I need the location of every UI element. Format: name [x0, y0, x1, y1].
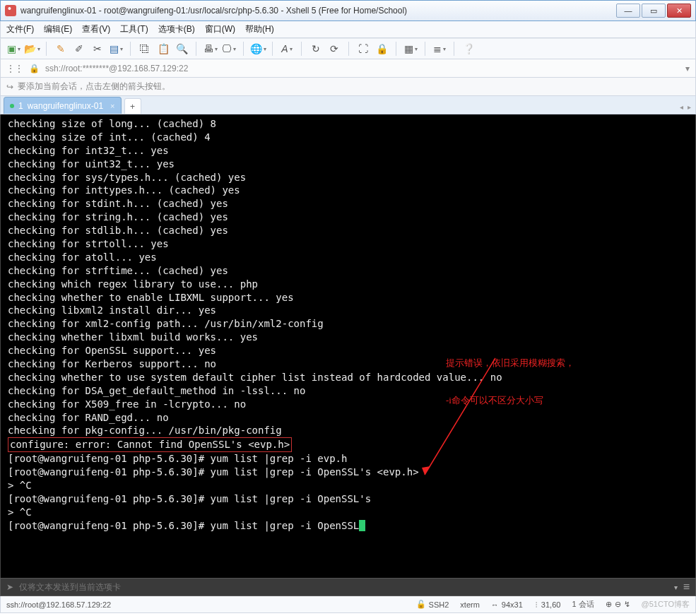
prompt-3: [root@wangruifeng-01 php-5.6.30]# yum li…: [8, 493, 371, 504]
lock-icon: 🔓: [416, 600, 426, 609]
tab-strip: 1 wangruifenglinux-01 × + ◂ ▸: [0, 96, 696, 114]
eraser-icon[interactable]: ✂: [90, 42, 105, 56]
tip-text: 要添加当前会话，点击左侧的箭头按钮。: [18, 81, 170, 93]
tab-index: 1: [18, 101, 23, 111]
separator: [396, 42, 396, 56]
status-size: 94x31: [502, 600, 523, 609]
separator: [272, 42, 273, 56]
paste-icon[interactable]: 📋: [156, 42, 170, 56]
add-tab-button[interactable]: +: [124, 98, 141, 114]
address-dots-icon[interactable]: ⋮⋮: [6, 64, 23, 73]
status-sessions: 1 会话: [572, 599, 594, 610]
help-icon[interactable]: ❔: [461, 42, 476, 56]
pos-icon: ⸽: [534, 600, 538, 609]
annotation: 提示错误，依旧采用模糊搜索， -i命令可以不区分大小写: [446, 332, 574, 431]
app-icon: [5, 5, 16, 16]
prompt-4: [root@wangruifeng-01 php-5.6.30]# yum li…: [8, 520, 359, 531]
print-icon[interactable]: 🖶: [204, 42, 218, 56]
layout-icon[interactable]: ▦: [403, 42, 418, 56]
separator: [196, 42, 196, 56]
cursor: [359, 520, 365, 531]
search-icon[interactable]: 🔍: [175, 42, 189, 56]
tab-prev-icon[interactable]: ◂: [680, 103, 683, 111]
menu-view[interactable]: 查看(V): [82, 23, 110, 35]
send-input[interactable]: [19, 582, 668, 592]
separator: [243, 42, 244, 56]
globe-icon[interactable]: 🌐: [251, 42, 265, 56]
menu-tabs[interactable]: 选项卡(B): [158, 23, 195, 35]
menu-tools[interactable]: 工具(T): [120, 23, 148, 35]
error-line: configure: error: Cannot find OpenSSL's …: [8, 437, 292, 452]
separator: [425, 42, 425, 56]
lock-icon: 🔒: [29, 64, 40, 73]
prompt-2: [root@wangruifeng-01 php-5.6.30]# yum li…: [8, 466, 419, 478]
fullscreen-icon[interactable]: ⛶: [356, 42, 370, 56]
up-icon[interactable]: ⊕: [606, 600, 612, 609]
window-title: wangruifenglinux-01 - root@wangruifeng-0…: [20, 6, 615, 16]
menu-file[interactable]: 文件(F): [6, 23, 34, 35]
menu-bar: 文件(F) 编辑(E) 查看(V) 工具(T) 选项卡(B) 窗口(W) 帮助(…: [0, 21, 696, 38]
toolbar: ▣ 📂 ✎ ✐ ✂ ▤ ⿻ 📋 🔍 🖶 🖵 🌐 A ↻ ⟳ ⛶ 🔒 ▦ ≣ ❔: [0, 38, 696, 59]
grip-icon: ↯: [624, 600, 630, 609]
hamburger-icon[interactable]: ≡: [683, 581, 690, 593]
break-2: > ^C: [8, 507, 32, 518]
separator: [348, 42, 349, 56]
script-icon[interactable]: ≣: [432, 42, 447, 56]
watermark: @51CTO博客: [642, 599, 690, 610]
minimize-button[interactable]: —: [616, 4, 640, 18]
open-icon[interactable]: 📂: [25, 42, 39, 56]
tab-label: wangruifenglinux-01: [28, 101, 103, 111]
session-tab[interactable]: 1 wangruifenglinux-01 ×: [4, 97, 122, 114]
close-button[interactable]: ✕: [667, 4, 691, 18]
separator: [46, 42, 47, 56]
copy-icon[interactable]: ⿻: [138, 42, 152, 56]
prompt-1: [root@wangruifeng-01 php-5.6.30]# yum li…: [8, 453, 347, 464]
annotation-line1: 提示错误，依旧采用模糊搜索，: [446, 357, 574, 369]
sync-icon[interactable]: ⟳: [327, 42, 341, 56]
send-arrow-icon[interactable]: ➤: [6, 582, 13, 592]
tip-arrow-icon[interactable]: ↪: [6, 82, 13, 92]
send-input-bar: ➤ ▾ ≡: [0, 578, 696, 596]
window-titlebar: wangruifenglinux-01 - root@wangruifeng-0…: [0, 0, 696, 21]
new-session-icon[interactable]: ▣: [6, 42, 20, 56]
status-dot-icon: [10, 104, 14, 108]
highlight-icon[interactable]: ✎: [54, 42, 68, 56]
brush-icon[interactable]: ✐: [72, 42, 86, 56]
dropdown-icon[interactable]: ▾: [674, 584, 678, 591]
break-1: > ^C: [8, 480, 32, 491]
lock-icon[interactable]: 🔒: [374, 42, 389, 56]
separator: [301, 42, 302, 56]
book-icon[interactable]: ▤: [109, 42, 123, 56]
down-icon[interactable]: ⊖: [615, 600, 621, 609]
annotation-line2: -i命令可以不区分大小写: [446, 394, 574, 407]
address-input[interactable]: [45, 64, 680, 73]
status-term: xterm: [460, 600, 480, 609]
dropdown-icon[interactable]: ▾: [685, 64, 690, 73]
refresh-icon[interactable]: ↻: [309, 42, 323, 56]
screen-icon[interactable]: 🖵: [222, 42, 236, 56]
separator: [454, 42, 454, 56]
status-pos: 31,60: [541, 600, 561, 609]
tab-next-icon[interactable]: ▸: [688, 103, 691, 111]
status-connection: ssh://root@192.168.57.129:22: [6, 600, 405, 609]
menu-edit[interactable]: 编辑(E): [44, 23, 72, 35]
font-icon[interactable]: A: [280, 42, 294, 56]
status-bar: ssh://root@192.168.57.129:22 🔓SSH2 xterm…: [0, 596, 696, 613]
tip-bar: ↪ 要添加当前会话，点击左侧的箭头按钮。: [0, 78, 696, 96]
svg-marker-1: [422, 466, 430, 475]
status-protocol: SSH2: [429, 600, 449, 609]
separator: [130, 42, 131, 56]
menu-help[interactable]: 帮助(H): [245, 23, 274, 35]
size-icon: ↔: [491, 600, 499, 609]
terminal-output[interactable]: checking size of long... (cached) 8 chec…: [0, 114, 696, 578]
maximize-button[interactable]: ▭: [642, 4, 666, 18]
tab-close-icon[interactable]: ×: [110, 102, 114, 110]
menu-window[interactable]: 窗口(W): [205, 23, 235, 35]
address-bar: ⋮⋮ 🔒 ▾: [0, 59, 696, 78]
